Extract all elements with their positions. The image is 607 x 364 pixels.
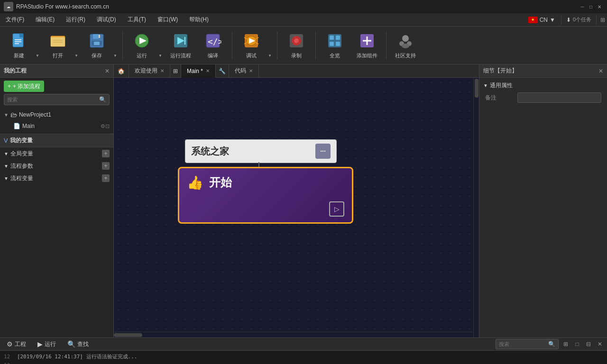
close-button[interactable]: ✕ <box>596 3 603 10</box>
bottom-action-close[interactable]: ✕ <box>595 339 605 349</box>
window-controls: ─ □ ✕ <box>579 3 603 10</box>
toolbar-new-label: 新建 <box>14 52 24 59</box>
toolbar-save-button[interactable]: 保存 <box>82 29 112 62</box>
props-section: ▼ 通用属性 备注 <box>479 78 607 106</box>
add-flow-button[interactable]: + + 添加流程 <box>4 81 44 92</box>
props-note-label: 备注 <box>485 94 514 102</box>
right-panel-title: 细节【开始】 <box>483 67 598 75</box>
bottom-tab-run[interactable]: ▶ 运行 <box>33 337 61 351</box>
bottom-action-2[interactable]: □ <box>572 339 582 349</box>
open-dropdown-arrow[interactable]: ▼ <box>73 29 80 62</box>
project-icon: 🗁 <box>10 111 17 118</box>
tab-home-icon[interactable]: 🏠 <box>114 64 129 78</box>
right-panel-close[interactable]: ✕ <box>598 68 603 74</box>
flow-params-section[interactable]: ▼ 流程参数 + <box>0 160 113 172</box>
toolbar-run-group: 运行 ▼ <box>127 29 164 62</box>
save-dropdown-arrow[interactable]: ▼ <box>112 29 119 62</box>
variables-icon: V <box>4 137 8 144</box>
project-search-input[interactable] <box>7 97 99 102</box>
new-dropdown-arrow[interactable]: ▼ <box>34 29 41 62</box>
runflow-icon <box>171 31 190 50</box>
tab-welcome[interactable]: 欢迎使用 ✕ <box>129 64 170 78</box>
minimize-button[interactable]: ─ <box>579 3 586 10</box>
flow-vars-add[interactable]: + <box>102 174 110 182</box>
open-icon <box>48 31 67 50</box>
toolbar-addcomponent-button[interactable]: 添加组件 <box>352 29 382 62</box>
toolbar-community-label: 社区支持 <box>395 52 416 59</box>
tree-item-project1[interactable]: ▼ 🗁 NewProject1 <box>0 109 113 120</box>
toolbar-new-group: 新建 ▼ <box>4 29 41 62</box>
projects-title: 我的工程 <box>4 67 105 75</box>
menu-run[interactable]: 运行(R) <box>60 13 91 26</box>
bottom-search-bar[interactable]: 🔍 <box>496 339 559 349</box>
language-selector[interactable]: ★ CN ▼ <box>528 17 555 23</box>
debug-dropdown-arrow[interactable]: ▼ <box>267 29 273 62</box>
menu-debug[interactable]: 调试(D) <box>91 13 122 26</box>
tree-item-main[interactable]: 📄 Main ⚙⊡ <box>0 120 113 132</box>
horizontal-scrollbar[interactable] <box>114 332 473 337</box>
record-icon <box>287 31 306 50</box>
toolbar-runflow-button[interactable]: 运行流程 <box>166 29 196 62</box>
toolbar-overview-button[interactable]: 全览 <box>320 29 350 62</box>
toolbar-record-label: 录制 <box>291 52 302 59</box>
toolbar-record-button[interactable]: 录制 <box>281 29 312 62</box>
global-vars-section[interactable]: ▼ 全局变量 + <box>0 147 113 160</box>
global-vars-add[interactable]: + <box>102 150 110 157</box>
menu-window[interactable]: 窗口(W) <box>152 13 184 26</box>
toolbar-run-button[interactable]: 运行 <box>127 29 157 62</box>
canvas-area[interactable]: 系统之家 ··· 👍 开始 ▷ <box>114 78 479 337</box>
svg-rect-13 <box>94 42 100 45</box>
toolbar-debug-button[interactable]: 调试 <box>236 29 267 62</box>
run-dropdown-arrow[interactable]: ▼ <box>157 29 164 62</box>
toolbar-sep-3 <box>277 31 277 60</box>
node-start-play-button[interactable]: ▷ <box>329 201 344 217</box>
toolbar-new-button[interactable]: 新建 <box>4 29 34 62</box>
download-icon[interactable]: ⬇ <box>566 17 571 23</box>
node-dots-button[interactable]: ··· <box>315 144 331 159</box>
menu-edit[interactable]: 编辑(E) <box>30 13 60 26</box>
code-tab-close[interactable]: ✕ <box>249 68 253 73</box>
app-logo: ☁ <box>4 2 13 11</box>
addcomponent-icon <box>358 31 377 50</box>
welcome-tab-close[interactable]: ✕ <box>160 68 164 73</box>
expand-arrow: ▼ <box>4 112 9 118</box>
main-tab-close[interactable]: ✕ <box>206 68 210 73</box>
bottom-tab-project[interactable]: ⚙ 工程 <box>2 337 31 351</box>
menu-tools[interactable]: 工具(T) <box>122 13 152 26</box>
file-name: Main <box>22 123 35 129</box>
toolbar-debug-label: 调试 <box>246 52 257 59</box>
props-note-input[interactable] <box>517 92 601 103</box>
flow-vars-section[interactable]: ▼ 流程变量 + <box>0 172 113 184</box>
bottom-tab-find[interactable]: 🔍 查找 <box>63 337 93 351</box>
project-search-bar[interactable]: 🔍 <box>4 94 110 105</box>
tab-main[interactable]: Main * ✕ <box>181 64 216 78</box>
node-title-box[interactable]: 系统之家 ··· <box>185 139 337 163</box>
svg-rect-34 <box>336 36 340 40</box>
menu-file[interactable]: 文件(F) <box>0 13 30 26</box>
tab-diagram-icon[interactable]: ⊞ <box>170 64 181 78</box>
tab-code-icon[interactable]: 🔧 <box>216 64 229 78</box>
menu-help[interactable]: 帮助(H) <box>184 13 214 26</box>
flow-params-add[interactable]: + <box>102 162 110 170</box>
toolbar-debug-group: 调试 ▼ <box>236 29 273 62</box>
expand-icon[interactable]: ⊞ <box>600 17 605 23</box>
variables-panel: V 我的变量 ▼ 全局变量 + ▼ 流程参数 + ▼ 流程变量 + <box>0 134 113 337</box>
toolbar: 新建 ▼ 打开 ▼ <box>0 27 607 64</box>
log-line-num-13: 13 <box>4 362 10 364</box>
bottom-search-input[interactable] <box>499 341 546 347</box>
tab-code[interactable]: 代码 ✕ <box>229 64 259 78</box>
bottom-find-icon: 🔍 <box>67 340 75 348</box>
toolbar-community-button[interactable]: 社区支持 <box>390 29 421 62</box>
toolbar-compile-button[interactable]: </> 编译 <box>198 29 228 62</box>
bottom-action-1[interactable]: ⊞ <box>561 339 571 349</box>
maximize-button[interactable]: □ <box>587 3 595 10</box>
flow-params-arrow: ▼ <box>4 164 9 169</box>
bottom-action-3[interactable]: ⊟ <box>583 339 594 349</box>
toolbar-open-button[interactable]: 打开 <box>43 29 73 62</box>
vertical-scrollbar[interactable] <box>473 78 479 337</box>
projects-close[interactable]: ✕ <box>105 68 110 74</box>
node-start[interactable]: 👍 开始 ▷ <box>178 167 353 224</box>
app-title: RPAStudio For www.i-search.com.cn <box>16 3 579 10</box>
code-tab-icon: 🔧 <box>219 68 226 74</box>
left-panel: 我的工程 ✕ + + 添加流程 🔍 ▼ 🗁 NewProject1 📄 M <box>0 64 114 337</box>
